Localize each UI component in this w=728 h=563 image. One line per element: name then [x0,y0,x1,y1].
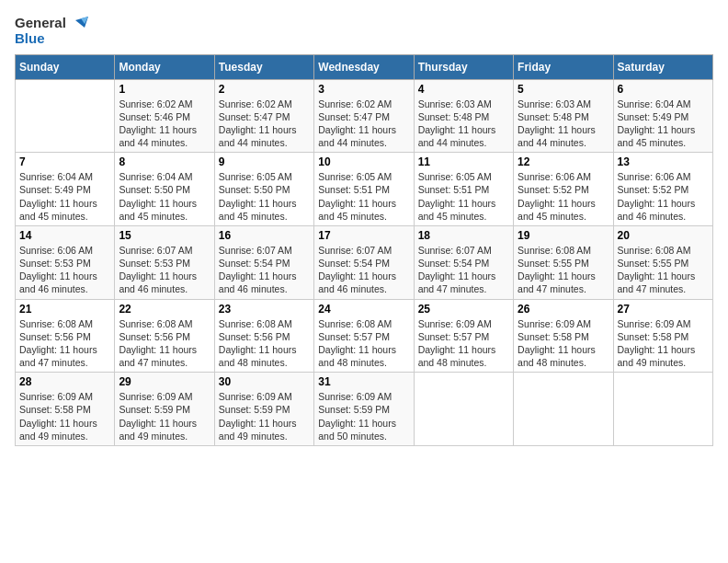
day-info: Sunrise: 6:06 AMSunset: 5:52 PMDaylight:… [618,170,709,223]
day-info: Sunrise: 6:06 AMSunset: 5:53 PMDaylight:… [19,244,110,296]
page-header: General Blue [15,15,713,47]
day-header-monday: Monday [115,54,214,79]
day-info: Sunrise: 6:07 AMSunset: 5:54 PMDaylight:… [318,244,409,296]
day-info: Sunrise: 6:05 AMSunset: 5:50 PMDaylight:… [219,170,310,223]
day-info: Sunrise: 6:02 AMSunset: 5:47 PMDaylight:… [318,98,409,150]
day-info: Sunrise: 6:08 AMSunset: 5:56 PMDaylight:… [119,317,210,370]
day-number: 5 [518,83,609,96]
day-number: 15 [119,229,210,242]
day-number: 4 [418,83,509,96]
calendar-cell: 11Sunrise: 6:05 AMSunset: 5:51 PMDayligh… [414,153,513,226]
day-number: 19 [518,229,609,242]
day-number: 10 [318,155,409,168]
calendar-cell: 9Sunrise: 6:05 AMSunset: 5:50 PMDaylight… [214,153,313,226]
day-header-row: SundayMondayTuesdayWednesdayThursdayFrid… [16,54,713,79]
day-info: Sunrise: 6:09 AMSunset: 5:58 PMDaylight:… [518,317,609,370]
calendar-cell: 29Sunrise: 6:09 AMSunset: 5:59 PMDayligh… [115,373,214,446]
calendar-cell: 14Sunrise: 6:06 AMSunset: 5:53 PMDayligh… [16,225,115,299]
day-info: Sunrise: 6:03 AMSunset: 5:48 PMDaylight:… [518,98,609,150]
day-number: 25 [418,303,509,316]
logo-bird-icon [68,17,88,37]
calendar-cell: 5Sunrise: 6:03 AMSunset: 5:48 PMDaylight… [514,79,613,153]
day-info: Sunrise: 6:07 AMSunset: 5:54 PMDaylight:… [418,244,509,296]
day-number: 12 [518,155,609,168]
calendar-cell: 12Sunrise: 6:06 AMSunset: 5:52 PMDayligh… [514,153,613,226]
day-info: Sunrise: 6:08 AMSunset: 5:55 PMDaylight:… [518,244,609,296]
day-header-thursday: Thursday [414,54,513,79]
day-info: Sunrise: 6:03 AMSunset: 5:48 PMDaylight:… [418,98,509,150]
calendar-cell: 28Sunrise: 6:09 AMSunset: 5:58 PMDayligh… [16,373,115,446]
day-info: Sunrise: 6:04 AMSunset: 5:50 PMDaylight:… [119,170,210,223]
day-info: Sunrise: 6:05 AMSunset: 5:51 PMDaylight:… [418,170,509,223]
day-number: 3 [318,83,409,96]
day-number: 18 [418,229,509,242]
calendar-week-5: 28Sunrise: 6:09 AMSunset: 5:58 PMDayligh… [16,373,713,446]
day-number: 23 [219,303,310,316]
day-info: Sunrise: 6:08 AMSunset: 5:57 PMDaylight:… [318,317,409,370]
day-info: Sunrise: 6:08 AMSunset: 5:55 PMDaylight:… [618,244,709,296]
day-number: 29 [119,375,210,388]
calendar-cell: 23Sunrise: 6:08 AMSunset: 5:56 PMDayligh… [214,299,313,373]
day-number: 1 [119,83,210,96]
day-number: 28 [19,375,110,388]
day-number: 7 [19,155,110,168]
day-number: 14 [19,229,110,242]
day-header-saturday: Saturday [613,54,712,79]
day-info: Sunrise: 6:07 AMSunset: 5:54 PMDaylight:… [219,244,310,296]
calendar-cell: 4Sunrise: 6:03 AMSunset: 5:48 PMDaylight… [414,79,513,153]
calendar-cell: 27Sunrise: 6:09 AMSunset: 5:58 PMDayligh… [613,299,712,373]
calendar-cell: 6Sunrise: 6:04 AMSunset: 5:49 PMDaylight… [613,79,712,153]
day-number: 22 [119,303,210,316]
day-number: 17 [318,229,409,242]
calendar-cell: 30Sunrise: 6:09 AMSunset: 5:59 PMDayligh… [214,373,313,446]
calendar-cell: 19Sunrise: 6:08 AMSunset: 5:55 PMDayligh… [514,225,613,299]
day-number: 21 [19,303,110,316]
calendar-cell [414,373,513,446]
day-header-friday: Friday [514,54,613,79]
day-info: Sunrise: 6:09 AMSunset: 5:59 PMDaylight:… [318,390,409,442]
calendar-table: SundayMondayTuesdayWednesdayThursdayFrid… [15,54,713,446]
day-info: Sunrise: 6:04 AMSunset: 5:49 PMDaylight:… [19,170,110,223]
calendar-cell: 21Sunrise: 6:08 AMSunset: 5:56 PMDayligh… [16,299,115,373]
day-number: 24 [318,303,409,316]
calendar-cell: 2Sunrise: 6:02 AMSunset: 5:47 PMDaylight… [214,79,313,153]
day-info: Sunrise: 6:02 AMSunset: 5:47 PMDaylight:… [219,98,310,150]
calendar-cell: 16Sunrise: 6:07 AMSunset: 5:54 PMDayligh… [214,225,313,299]
day-header-sunday: Sunday [16,54,115,79]
day-info: Sunrise: 6:09 AMSunset: 5:58 PMDaylight:… [618,317,709,370]
day-info: Sunrise: 6:08 AMSunset: 5:56 PMDaylight:… [19,317,110,370]
calendar-cell: 31Sunrise: 6:09 AMSunset: 5:59 PMDayligh… [314,373,414,446]
day-number: 2 [219,83,310,96]
day-info: Sunrise: 6:05 AMSunset: 5:51 PMDaylight:… [318,170,409,223]
calendar-cell: 15Sunrise: 6:07 AMSunset: 5:53 PMDayligh… [115,225,214,299]
calendar-cell [613,373,712,446]
calendar-cell: 20Sunrise: 6:08 AMSunset: 5:55 PMDayligh… [613,225,712,299]
calendar-header: SundayMondayTuesdayWednesdayThursdayFrid… [16,54,713,79]
calendar-week-1: 1Sunrise: 6:02 AMSunset: 5:46 PMDaylight… [16,79,713,153]
calendar-week-4: 21Sunrise: 6:08 AMSunset: 5:56 PMDayligh… [16,299,713,373]
day-number: 11 [418,155,509,168]
day-number: 16 [219,229,310,242]
day-number: 9 [219,155,310,168]
calendar-cell: 7Sunrise: 6:04 AMSunset: 5:49 PMDaylight… [16,153,115,226]
day-info: Sunrise: 6:09 AMSunset: 5:57 PMDaylight:… [418,317,509,370]
day-info: Sunrise: 6:09 AMSunset: 5:58 PMDaylight:… [19,390,110,442]
day-number: 27 [618,303,709,316]
calendar-cell: 18Sunrise: 6:07 AMSunset: 5:54 PMDayligh… [414,225,513,299]
day-number: 30 [219,375,310,388]
day-number: 26 [518,303,609,316]
calendar-cell: 3Sunrise: 6:02 AMSunset: 5:47 PMDaylight… [314,79,414,153]
calendar-cell: 1Sunrise: 6:02 AMSunset: 5:46 PMDaylight… [115,79,214,153]
calendar-cell [16,79,115,153]
calendar-week-3: 14Sunrise: 6:06 AMSunset: 5:53 PMDayligh… [16,225,713,299]
day-info: Sunrise: 6:04 AMSunset: 5:49 PMDaylight:… [618,98,709,150]
day-number: 6 [618,83,709,96]
day-info: Sunrise: 6:09 AMSunset: 5:59 PMDaylight:… [119,390,210,442]
day-info: Sunrise: 6:08 AMSunset: 5:56 PMDaylight:… [219,317,310,370]
day-info: Sunrise: 6:07 AMSunset: 5:53 PMDaylight:… [119,244,210,296]
day-number: 8 [119,155,210,168]
calendar-cell [514,373,613,446]
day-number: 31 [318,375,409,388]
calendar-cell: 24Sunrise: 6:08 AMSunset: 5:57 PMDayligh… [314,299,414,373]
day-info: Sunrise: 6:06 AMSunset: 5:52 PMDaylight:… [518,170,609,223]
